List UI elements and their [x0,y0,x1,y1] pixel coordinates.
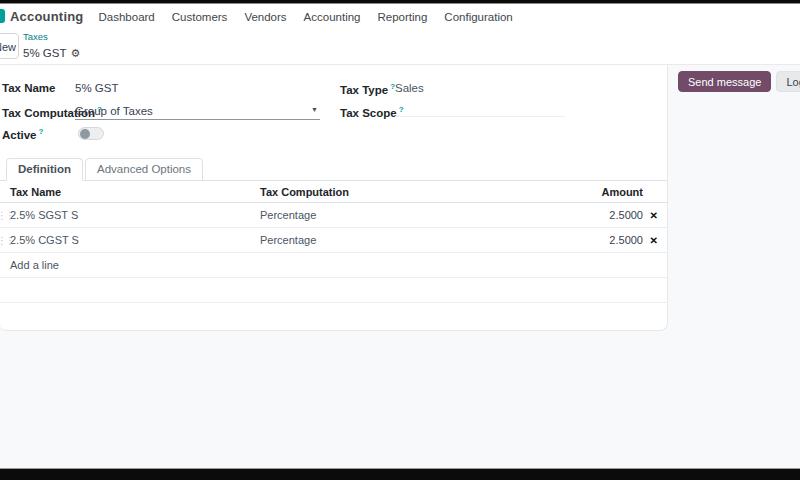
table-row[interactable]: ⋮⋮ 2.5% CGST S Percentage 2.5000 ✕ [0,228,668,253]
empty-row [0,303,668,331]
tax-form-sheet: Tax Name 5% GST Tax Type? Sales Tax Comp… [0,65,668,331]
breadcrumb: Taxes 5% GST⚙ [23,30,80,61]
app-name[interactable]: Accounting [10,9,84,24]
cell-tax-computation[interactable]: Percentage [260,234,316,246]
help-icon[interactable]: ? [39,127,44,136]
tax-scope-value [395,105,565,117]
active-label: Active? [2,127,43,141]
gear-icon[interactable]: ⚙ [70,47,80,59]
odoo-accounting-window: Accounting Dashboard Customers Vendors A… [0,0,800,480]
new-button[interactable]: New [0,33,19,59]
nav-item-vendors[interactable]: Vendors [244,11,286,23]
tax-lines-table: Tax Name Tax Computation Amount ⋮⋮ 2.5% … [0,181,668,331]
nav-item-customers[interactable]: Customers [172,11,228,23]
table-header-row: Tax Name Tax Computation Amount [0,181,668,203]
accounting-app-icon[interactable] [0,9,5,23]
nav-item-accounting[interactable]: Accounting [304,11,361,23]
tax-scope-field[interactable] [395,105,565,119]
bottom-black-bar [0,468,800,480]
tax-name-value[interactable]: 5% GST [75,82,118,94]
col-amount[interactable]: Amount [601,186,643,198]
breadcrumb-current-record: 5% GST [23,47,66,59]
cell-amount[interactable]: 2.5000 [609,209,643,221]
content-area: Tax Name 5% GST Tax Type? Sales Tax Comp… [0,65,800,468]
col-tax-computation[interactable]: Tax Computation [260,186,349,198]
tab-advanced-options[interactable]: Advanced Options [85,158,203,181]
top-black-bar [0,0,800,4]
control-panel: New Taxes 5% GST⚙ [0,28,800,65]
notebook-tabs: Definition Advanced Options [0,158,668,181]
tax-computation-field: Group of Taxes ▼ [75,105,320,120]
main-navbar: Accounting Dashboard Customers Vendors A… [0,5,800,28]
tax-type-label: Tax Type? [340,82,395,96]
active-toggle[interactable] [78,127,104,140]
add-a-line-link[interactable]: Add a line [10,259,59,271]
nav-item-configuration[interactable]: Configuration [444,11,512,23]
tax-name-label: Tax Name [2,82,55,94]
cell-tax-name[interactable]: 2.5% SGST S [10,209,78,221]
toggle-knob [80,129,90,139]
delete-row-icon[interactable]: ✕ [650,235,658,246]
nav-menu-list: Dashboard Customers Vendors Accounting R… [99,11,513,23]
tax-type-value[interactable]: Sales [395,82,424,94]
cell-tax-name[interactable]: 2.5% CGST S [10,234,79,246]
send-message-button[interactable]: Send message [678,71,771,92]
empty-row [0,278,668,303]
table-row[interactable]: ⋮⋮ 2.5% SGST S Percentage 2.5000 ✕ [0,203,668,228]
cell-amount[interactable]: 2.5000 [609,234,643,246]
nav-item-dashboard[interactable]: Dashboard [99,11,155,23]
cell-tax-computation[interactable]: Percentage [260,209,316,221]
chatter-toolbar: Send message Log note [678,71,800,92]
nav-item-reporting[interactable]: Reporting [377,11,427,23]
caret-down-icon: ▼ [311,106,318,113]
tab-definition[interactable]: Definition [6,158,83,181]
tax-computation-select[interactable]: Group of Taxes ▼ [75,105,320,120]
breadcrumb-taxes-link[interactable]: Taxes [23,30,80,43]
col-tax-name[interactable]: Tax Name [10,186,61,198]
log-note-button[interactable]: Log note [776,71,800,92]
add-line-row: Add a line [0,253,668,278]
delete-row-icon[interactable]: ✕ [650,210,658,221]
